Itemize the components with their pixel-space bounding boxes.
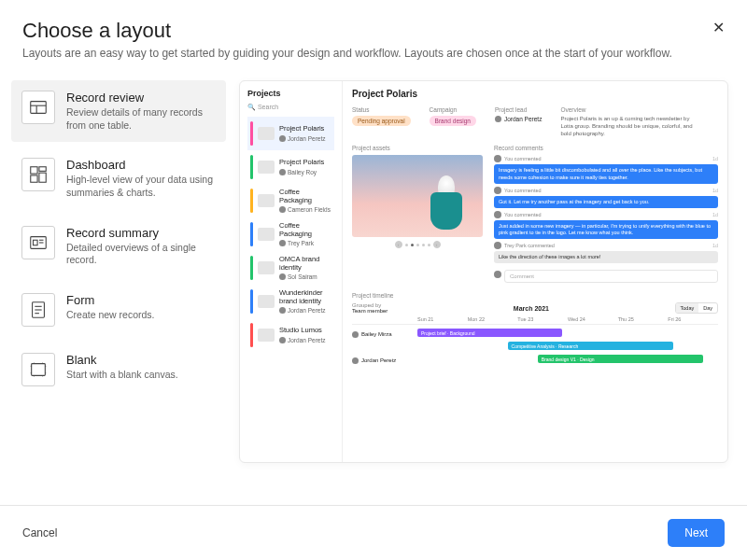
preview-comment: Got it. Let me try another pass at the i… <box>494 196 718 208</box>
avatar-icon <box>494 242 501 249</box>
record-review-icon <box>21 91 55 124</box>
preview-sidebar-title: Projects <box>247 89 334 98</box>
preview-comment: Like the direction of these images a lot… <box>494 251 718 263</box>
svg-rect-6 <box>31 175 37 182</box>
thumbnail-icon <box>258 194 275 207</box>
preview-list-item: OMCA brand identitySol Sairam <box>247 251 334 285</box>
svg-rect-8 <box>34 240 38 245</box>
page-title: Choose a layout <box>22 19 725 43</box>
preview-field-status: Status Pending approval <box>352 106 411 137</box>
form-icon <box>21 293 55 327</box>
layout-description: High-level view of your data using summa… <box>66 174 216 199</box>
carousel-prev-icon: ‹ <box>395 241 402 248</box>
thumbnail-icon <box>258 329 275 342</box>
preview-assets-comments: Project assets ‹ › Record comments You c… <box>352 145 718 285</box>
preview-list-item: Studio LumosJordan Peretz <box>247 318 334 352</box>
avatar-icon <box>494 187 501 194</box>
layout-title: Record review <box>66 91 216 105</box>
timeline-bar: Project brief · Background <box>417 329 562 337</box>
main-content: Record reviewReview details of many reco… <box>0 71 747 463</box>
preview-list-item: Project PolarisJordan Peretz <box>247 117 334 150</box>
avatar-icon <box>495 116 501 122</box>
layout-option-record-summary[interactable]: Record summaryDetailed overviews of a si… <box>11 216 226 277</box>
layout-preview: Projects 🔍 Search Project PolarisJordan … <box>239 80 728 463</box>
layout-option-record-review[interactable]: Record reviewReview details of many reco… <box>11 80 226 142</box>
avatar-icon <box>279 206 286 213</box>
avatar-icon <box>279 169 286 175</box>
preview-timeline: Project timeline Grouped by Team member … <box>352 292 718 367</box>
dashboard-icon <box>21 158 55 191</box>
preview-sidebar: Projects 🔍 Search Project PolarisJordan … <box>240 81 343 462</box>
layout-option-dashboard[interactable]: DashboardHigh-level view of your data us… <box>11 147 226 209</box>
svg-rect-5 <box>39 173 46 182</box>
preview-carousel-dots: ‹ › <box>352 241 483 248</box>
avatar-icon <box>494 271 501 278</box>
thumbnail-icon <box>258 295 275 308</box>
thumbnail-icon <box>258 228 275 241</box>
preview-record-title: Project Polaris <box>352 89 718 99</box>
page-subtitle: Layouts are an easy way to get started b… <box>22 47 725 60</box>
footer: Cancel Next <box>0 505 747 560</box>
avatar-icon <box>279 273 286 280</box>
record-summary-icon <box>21 226 55 259</box>
avatar-icon <box>279 307 286 314</box>
preview-timeline-toggle: Today Day <box>675 302 718 314</box>
preview-comments: Record comments You commented1dImagery i… <box>494 145 718 285</box>
preview-list-item: Project PolarisBailey Roy <box>247 150 334 184</box>
avatar-icon <box>279 337 286 343</box>
header: Choose a layout Layouts are an easy way … <box>0 0 747 71</box>
avatar-icon <box>352 331 359 338</box>
avatar-icon <box>494 211 501 218</box>
timeline-bar: Competitive Analysis · Research <box>508 342 673 350</box>
preview-main: Project Polaris Status Pending approval … <box>343 81 727 462</box>
svg-rect-4 <box>39 167 46 172</box>
hand-icon <box>430 192 462 230</box>
timeline-bar: Brand design V1 · Design <box>538 355 703 363</box>
preview-list-item: Wunderkinder brand identityJordan Peretz <box>247 285 334 318</box>
thumbnail-icon <box>258 127 275 140</box>
avatar-icon <box>279 240 286 246</box>
preview-list-item: Coffee PackagingTrey Park <box>247 217 334 251</box>
layout-option-form[interactable]: FormCreate new records. <box>11 283 226 337</box>
svg-rect-0 <box>31 102 47 114</box>
avatar-icon <box>494 155 501 162</box>
preview-assets: Project assets ‹ › <box>352 145 483 285</box>
preview-comment: Imagery is feeling a little bit discombo… <box>494 164 718 183</box>
next-button[interactable]: Next <box>668 519 725 547</box>
layout-description: Create new records. <box>66 309 216 322</box>
preview-field-row: Status Pending approval Campaign Brand d… <box>352 106 718 137</box>
preview-list-item: Coffee PackagingCameron Fields <box>247 184 334 217</box>
preview-comment-input: Comment <box>504 270 718 283</box>
blank-icon <box>21 353 55 386</box>
layout-description: Start with a blank canvas. <box>66 369 216 382</box>
avatar-icon <box>352 357 359 364</box>
layout-title: Form <box>66 293 216 307</box>
svg-rect-15 <box>32 363 46 375</box>
cancel-button[interactable]: Cancel <box>22 526 57 539</box>
preview-project-list: Project PolarisJordan PeretzProject Pola… <box>247 117 334 352</box>
preview-search: 🔍 Search <box>247 104 334 111</box>
thumbnail-icon <box>258 261 275 274</box>
layout-title: Record summary <box>66 226 216 240</box>
preview-field-campaign: Campaign Brand design <box>430 106 476 137</box>
layout-title: Dashboard <box>66 158 216 172</box>
svg-rect-3 <box>31 167 37 174</box>
preview-asset-image <box>352 155 483 237</box>
layout-title: Blank <box>66 353 216 367</box>
layout-option-blank[interactable]: BlankStart with a blank canvas. <box>11 343 226 397</box>
layout-description: Detailed overviews of a single record. <box>66 242 216 267</box>
layout-options: Record reviewReview details of many reco… <box>11 80 226 463</box>
thumbnail-icon <box>258 161 275 174</box>
preview-field-lead: Project lead Jordan Peretz <box>495 106 542 137</box>
preview-field-overview: Overview Project Polaris is an up & comi… <box>560 106 700 137</box>
close-button[interactable]: ✕ <box>710 19 726 35</box>
layout-description: Review details of many records from one … <box>66 106 216 132</box>
avatar-icon <box>279 135 286 142</box>
preview-comment: Just added in some new imagery — in part… <box>494 220 718 239</box>
carousel-next-icon: › <box>433 241 441 248</box>
